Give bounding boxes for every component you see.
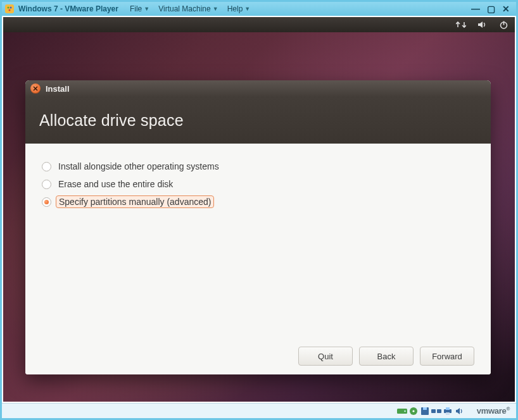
network-adapter-icon[interactable] [431, 407, 441, 416]
radio-erase-disk[interactable]: Erase and use the entire disk [42, 175, 474, 193]
menu-virtual-machine[interactable]: Virtual Machine▼ [155, 3, 222, 15]
menu-help[interactable]: Help▼ [224, 3, 255, 15]
svg-rect-11 [423, 407, 427, 410]
vmware-guest-display: Install Allocate drive space Install alo… [3, 17, 515, 402]
vmware-logo: vmware® [477, 406, 510, 416]
vmware-menubar: File▼ Virtual Machine▼ Help▼ [126, 3, 254, 15]
svg-point-2 [10, 7, 12, 9]
dialog-titlebar[interactable]: Install [25, 80, 491, 97]
svg-point-9 [412, 410, 414, 412]
svg-rect-16 [446, 412, 450, 415]
menu-file[interactable]: File▼ [126, 3, 153, 15]
svg-point-3 [9, 9, 11, 11]
sound-icon[interactable] [477, 20, 488, 29]
radio-icon [42, 180, 51, 189]
dialog-header: Allocate drive space [25, 97, 491, 144]
vmware-app-icon [4, 4, 15, 14]
chevron-down-icon: ▼ [144, 6, 149, 12]
maximize-button[interactable]: ▢ [486, 4, 496, 14]
close-button[interactable]: ✕ [501, 4, 511, 14]
radio-icon [42, 162, 51, 171]
device-status-icons [397, 407, 464, 416]
quit-button[interactable]: Quit [298, 347, 353, 366]
radio-install-alongside[interactable]: Install alongside other operating system… [42, 158, 474, 175]
svg-rect-12 [431, 409, 436, 413]
svg-point-7 [404, 410, 405, 411]
chevron-down-icon: ▼ [244, 6, 250, 12]
network-icon[interactable] [456, 20, 466, 29]
cd-icon[interactable] [408, 407, 419, 416]
vmware-title: Windows 7 - VMware Player [18, 4, 118, 13]
svg-rect-0 [5, 4, 14, 13]
hdd-icon[interactable] [397, 407, 407, 416]
chevron-down-icon: ▼ [213, 6, 218, 12]
radio-label: Erase and use the entire disk [56, 178, 175, 190]
radio-icon [42, 197, 51, 207]
page-title: Allocate drive space [39, 111, 184, 130]
window-controls: — ▢ ✕ [471, 4, 514, 14]
radio-label: Specify partitions manually (advanced) [56, 196, 213, 207]
sound-card-icon[interactable] [454, 407, 464, 416]
vmware-titlebar: Windows 7 - VMware Player File▼ Virtual … [2, 2, 516, 16]
minimize-button[interactable]: — [471, 4, 481, 14]
dialog-footer: Quit Back Forward [42, 347, 474, 366]
printer-icon[interactable] [443, 407, 453, 416]
power-icon[interactable] [499, 20, 509, 30]
forward-button[interactable]: Forward [420, 347, 474, 366]
dialog-title: Install [46, 84, 70, 94]
svg-rect-15 [446, 407, 450, 410]
close-icon[interactable] [30, 83, 41, 94]
svg-point-1 [8, 7, 9, 9]
ubuntu-top-panel [3, 17, 515, 32]
svg-rect-13 [437, 409, 441, 413]
dialog-body: Install alongside other operating system… [25, 144, 491, 374]
install-dialog: Install Allocate drive space Install alo… [25, 80, 491, 374]
radio-label: Install alongside other operating system… [56, 161, 221, 172]
radio-manual-partitions[interactable]: Specify partitions manually (advanced) [42, 193, 474, 211]
back-button[interactable]: Back [359, 347, 414, 366]
vmware-status-bar: vmware® [2, 403, 516, 418]
floppy-icon[interactable] [420, 407, 430, 416]
vmware-player-window: Windows 7 - VMware Player File▼ Virtual … [0, 0, 518, 420]
